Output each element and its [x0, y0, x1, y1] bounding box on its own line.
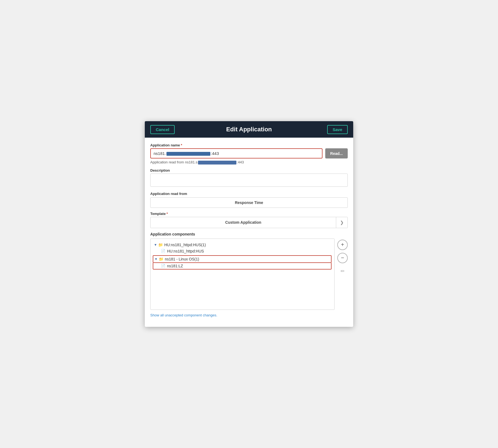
cancel-button[interactable]: Cancel [150, 125, 175, 134]
description-input[interactable] [150, 174, 348, 187]
child2-name: ns181:LZ [167, 264, 183, 268]
components-actions: + − ✏ [337, 239, 348, 310]
app-name-section: Application name* ns181.:443 Read... App… [150, 143, 348, 165]
edit-component-button[interactable]: ✏ [337, 266, 348, 276]
edit-application-modal: Cancel Edit Application Save Application… [145, 121, 353, 327]
components-area: ▼ 📁 HU:ns181_httpd:HUS(1) 📄 HU:ns181_htt… [150, 239, 348, 310]
group1-arrow-icon: ▼ [154, 243, 157, 247]
child1-file-icon: 📄 [161, 249, 165, 253]
tree-group-1-child-1[interactable]: 📄 HU:ns181_httpd:HUS [153, 248, 332, 254]
app-read-from-section: Application read from Response Time [150, 192, 348, 208]
add-component-button[interactable]: + [337, 240, 348, 250]
group1-name: HU:ns181_httpd:HUS(1) [164, 243, 206, 247]
modal-body: Application name* ns181.:443 Read... App… [145, 138, 353, 327]
required-indicator: * [181, 143, 182, 147]
group2-folder-icon: 📁 [159, 257, 163, 261]
save-button[interactable]: Save [327, 125, 348, 134]
group2-arrow-icon: ▼ [154, 257, 158, 261]
template-value: Custom Application [151, 217, 336, 227]
description-section: Description [150, 168, 348, 188]
components-section: Application components ▼ 📁 HU:ns181_http… [150, 232, 348, 317]
child1-name: HU:ns181_httpd:HUS [167, 249, 204, 253]
tree-group-2-child-1[interactable]: 📄 ns181:LZ [153, 263, 332, 270]
tree-group-1: ▼ 📁 HU:ns181_httpd:HUS(1) 📄 HU:ns181_htt… [153, 242, 332, 254]
components-label: Application components [150, 232, 348, 236]
app-name-label: Application name* [150, 143, 348, 147]
app-read-from-label: Application read from [150, 192, 348, 196]
remove-component-button[interactable]: − [337, 253, 348, 263]
app-read-masked [198, 161, 236, 165]
modal-header: Cancel Edit Application Save [145, 121, 353, 138]
read-button[interactable]: Read... [325, 148, 348, 158]
description-label: Description [150, 168, 348, 172]
template-section: Template* Custom Application ❯ [150, 212, 348, 228]
app-name-display: ns181.:443 [154, 151, 319, 156]
template-arrow-icon: ❯ [336, 217, 347, 228]
template-label: Template* [150, 212, 348, 216]
tree-group-1-header[interactable]: ▼ 📁 HU:ns181_httpd:HUS(1) [153, 242, 332, 248]
modal-title: Edit Application [226, 126, 272, 133]
show-changes-link[interactable]: Show all unaccepted component changes. [150, 313, 217, 317]
group1-folder-icon: 📁 [158, 243, 163, 247]
tree-group-2: ▼ 📁 ns181 - Linux OS(1) 📄 ns181:LZ [153, 255, 332, 270]
minus-icon: − [341, 255, 344, 261]
app-name-masked [166, 152, 210, 156]
app-name-prefix: ns181. [154, 151, 166, 156]
tree-group-2-header[interactable]: ▼ 📁 ns181 - Linux OS(1) [153, 255, 332, 263]
app-name-row: ns181.:443 Read... [150, 148, 348, 158]
template-required: * [166, 212, 168, 216]
components-tree: ▼ 📁 HU:ns181_httpd:HUS(1) 📄 HU:ns181_htt… [150, 239, 335, 310]
group2-name: ns181 - Linux OS(1) [165, 257, 199, 261]
edit-icon: ✏ [341, 268, 345, 274]
app-name-suffix: :443 [211, 151, 219, 156]
app-read-info: Application read from ns181.s:443 [150, 160, 348, 165]
app-name-input-wrapper: ns181.:443 [150, 148, 322, 158]
plus-icon: + [341, 242, 344, 248]
child2-file-icon: 📄 [161, 264, 165, 268]
template-selector[interactable]: Custom Application ❯ [150, 217, 348, 228]
response-time-selector[interactable]: Response Time [150, 197, 348, 208]
